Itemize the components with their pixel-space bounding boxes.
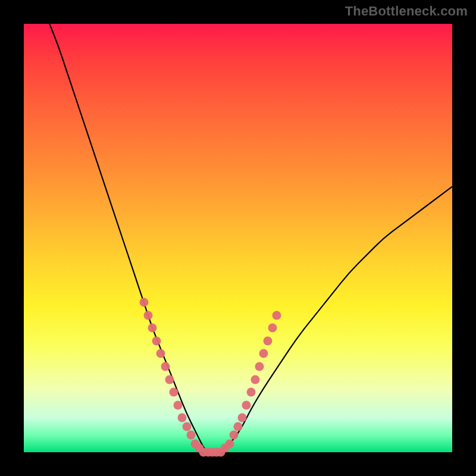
highlight-dot <box>152 336 161 345</box>
highlight-dot <box>238 414 247 422</box>
watermark-text: TheBottleneck.com <box>345 4 468 19</box>
highlight-dot <box>268 324 277 333</box>
highlight-dot <box>272 311 281 320</box>
highlight-dot <box>246 388 255 397</box>
highlight-dot <box>165 375 174 384</box>
chart-container: TheBottleneck.com <box>0 0 476 476</box>
highlight-dot <box>234 422 243 431</box>
highlight-dot <box>255 362 264 371</box>
highlight-dot <box>242 400 251 409</box>
highlight-dot <box>186 431 195 440</box>
plot-area <box>24 24 452 452</box>
highlight-dot <box>264 336 273 345</box>
highlight-dot <box>156 349 165 358</box>
highlight-dot <box>170 388 178 397</box>
highlight-dot <box>178 414 187 422</box>
highlight-dot <box>139 298 148 307</box>
highlight-dot <box>143 311 152 320</box>
highlight-dot <box>161 362 170 371</box>
highlight-dot <box>259 349 268 358</box>
highlight-dot <box>182 422 191 431</box>
highlight-dot <box>229 431 238 440</box>
highlight-dot <box>174 400 183 409</box>
curve-svg <box>24 24 452 452</box>
highlight-dot <box>225 439 234 448</box>
highlight-dot <box>250 375 259 384</box>
highlight-dot <box>148 324 157 333</box>
